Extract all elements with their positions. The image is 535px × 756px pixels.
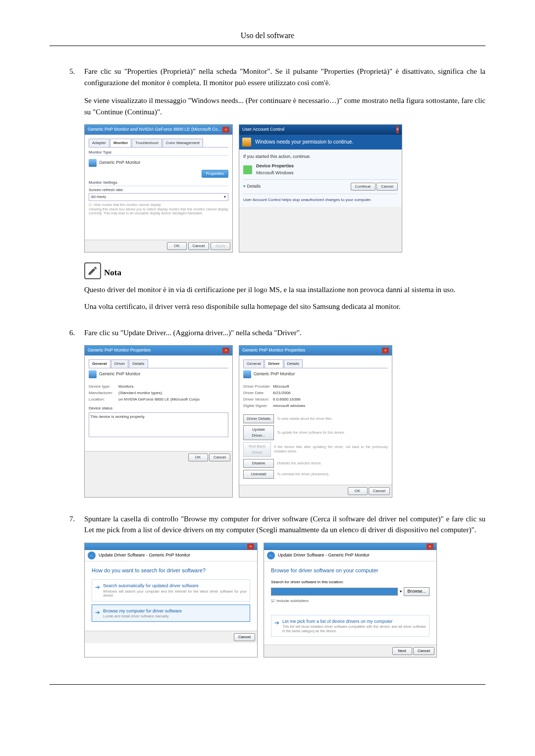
close-icon[interactable]: × [427, 544, 433, 550]
monitor-settings-header: Monitor Settings [89, 180, 228, 186]
note-block: Nota [84, 262, 485, 279]
apply-button[interactable]: Apply [211, 242, 230, 250]
label: Device type: [89, 384, 118, 390]
tab-details[interactable]: Details [284, 359, 303, 368]
pencil-icon [84, 262, 101, 279]
uac-publisher: Microsoft Windows [256, 170, 294, 177]
browse-button[interactable]: Browse... [404, 587, 429, 596]
tab-driver[interactable]: Driver [265, 359, 283, 368]
close-icon[interactable]: × [222, 127, 229, 133]
ok-button[interactable]: OK [188, 454, 208, 461]
option-browse-computer[interactable]: ➔ Browse my computer for driver software… [92, 605, 250, 622]
note-p1: Questo driver del monitor è in via di ce… [84, 284, 485, 296]
monitor-type-header: Monitor Type [89, 150, 228, 156]
update-driver-button[interactable]: Update Driver... [243, 425, 274, 440]
uac-header: Windows needs your permission to continu… [255, 138, 353, 146]
desc: To view details about the driver files. [277, 417, 332, 421]
cancel-button[interactable]: Cancel [413, 647, 434, 655]
label: Driver Date: [243, 390, 273, 396]
tab-color-management[interactable]: Color Management [162, 139, 203, 147]
tab-general[interactable]: General [89, 359, 110, 368]
option-let-me-pick[interactable]: ➔ Let me pick from a list of device driv… [271, 615, 429, 637]
wizard-crumb: Update Driver Software - Generic PnP Mon… [278, 552, 370, 559]
cancel-button[interactable]: Cancel [369, 487, 390, 495]
refresh-rate-value: 60 Hertz [91, 194, 106, 200]
steps-list: 5. Fare clic su "Properties (Proprietà)"… [50, 66, 485, 664]
uninstall-button[interactable]: Uninstall [243, 470, 274, 479]
hide-modes-desc: Clearing this check box allows you to se… [89, 207, 228, 216]
tab-monitor[interactable]: Monitor [110, 139, 131, 147]
tab-troubleshoot[interactable]: Troubleshoot [132, 139, 161, 147]
details-button[interactable]: Details [247, 184, 261, 189]
tab-driver[interactable]: Driver [111, 359, 128, 368]
next-button[interactable]: Next [392, 647, 412, 655]
option-subtitle: Locate and install driver software manua… [103, 614, 182, 618]
back-icon[interactable]: ← [267, 552, 275, 559]
continue-button[interactable]: Continue [351, 183, 375, 191]
driver-props-general: Generic PnP Monitor Properties × General… [84, 345, 233, 498]
hide-modes-checkbox[interactable]: ☑ [89, 202, 92, 208]
cancel-button[interactable]: Cancel [234, 633, 255, 641]
driver-props-driver: Generic PnP Monitor Properties × General… [239, 345, 392, 498]
hide-modes-label: Hide modes that this monitor cannot disp… [94, 202, 161, 208]
tab-general[interactable]: General [243, 359, 264, 368]
value: 6/21/2006 [273, 390, 291, 396]
desc: Disables the selected device. [277, 461, 322, 465]
step7-text: Spuntare la casella di controllo "Browse… [84, 513, 485, 536]
device-status-header: Device status [89, 405, 228, 411]
footer-rule [50, 684, 485, 685]
value: Microsoft [273, 384, 289, 390]
uac-started-text: If you started this action, continue. [243, 153, 398, 160]
properties-button[interactable]: Properties [202, 170, 228, 178]
wizard-question: Browse for driver software on your compu… [271, 566, 429, 575]
chevron-down-icon: ▾ [243, 184, 246, 189]
monitor-icon [89, 370, 97, 378]
update-driver-wizard-1: × ← Update Driver Software - Generic PnP… [84, 543, 258, 657]
include-subfolders-checkbox[interactable]: ☑ [271, 598, 274, 604]
desc: If the device fails after updating the d… [274, 445, 388, 454]
close-icon[interactable]: × [396, 126, 399, 133]
back-icon[interactable]: ← [88, 552, 96, 559]
cancel-button[interactable]: Cancel [376, 183, 398, 191]
update-driver-wizard-2: × ← Update Driver Software - Generic PnP… [264, 543, 437, 657]
label: Driver Provider: [243, 384, 273, 390]
value: on NVIDIA GeForce 8800 LE (Microsoft Cor… [118, 397, 200, 403]
ok-button[interactable]: OK [167, 242, 187, 250]
page-title: Uso del software [50, 30, 485, 42]
cancel-button[interactable]: Cancel [188, 242, 210, 250]
tab-adapter[interactable]: Adapter [89, 139, 109, 147]
driver-details-button[interactable]: Driver Details [243, 414, 274, 423]
tab-details[interactable]: Details [129, 359, 148, 368]
desc: To update the driver software for this d… [277, 431, 345, 435]
label: Driver Version: [243, 397, 273, 403]
wizard-crumb: Update Driver Software - Generic PnP Mon… [99, 552, 190, 559]
close-icon[interactable]: × [382, 348, 389, 353]
step-number: 7. [69, 513, 84, 664]
step-5: 5. Fare clic su "Properties (Proprietà)"… [69, 66, 485, 318]
roll-back-button[interactable]: Roll Back Driver [243, 442, 271, 457]
uac-title-text: User Account Control [242, 126, 284, 133]
ok-button[interactable]: OK [348, 487, 368, 495]
close-icon[interactable]: × [247, 544, 254, 550]
option-subtitle: Windows will search your computer and th… [103, 590, 247, 598]
close-icon[interactable]: × [222, 348, 229, 353]
value: Monitors [118, 384, 134, 390]
monitor-icon [243, 370, 251, 378]
path-input[interactable] [271, 588, 398, 596]
monitor-icon [89, 159, 97, 167]
value: microsoft windows [273, 403, 305, 409]
step-number: 5. [69, 66, 84, 318]
monitor-name: Generic PnP Monitor [254, 371, 295, 378]
option-title: Search automatically for updated driver … [103, 583, 247, 590]
disable-button[interactable]: Disable [243, 459, 274, 468]
refresh-rate-dropdown[interactable]: 60 Hertz ▾ [89, 193, 228, 201]
search-label: Search for driver software in this locat… [271, 579, 429, 585]
label: Location: [89, 397, 118, 403]
step-number: 6. [69, 327, 84, 504]
step5-p2: Se viene visualizzato il messaggio "Wind… [84, 95, 485, 117]
cancel-button[interactable]: Cancel [209, 454, 230, 461]
option-search-auto[interactable]: ➔ Search automatically for updated drive… [92, 579, 250, 601]
monitor-name: Generic PnP Monitor [99, 371, 140, 378]
dialog-title: Generic PnP Monitor Properties [88, 347, 151, 354]
monitor-name: Generic PnP Monitor [99, 159, 140, 166]
